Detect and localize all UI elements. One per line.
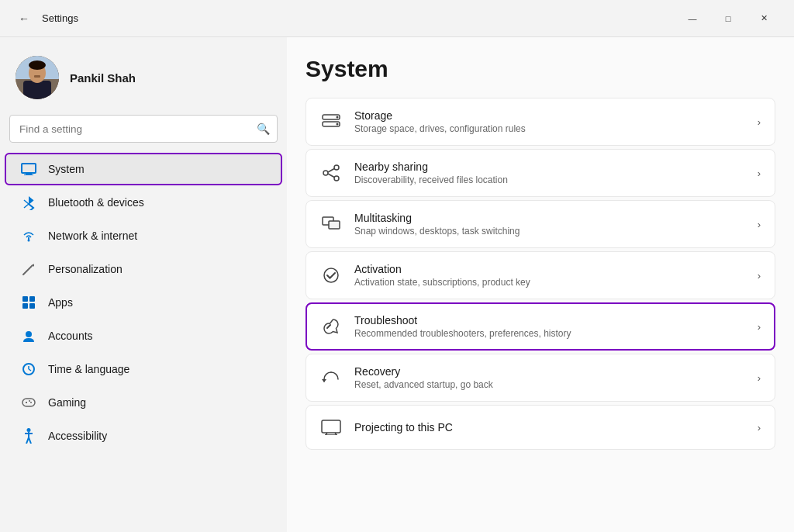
- app-title: Settings: [42, 12, 675, 24]
- storage-setting-icon: [320, 111, 342, 133]
- sidebar-item-label-personalization: Personalization: [48, 263, 123, 275]
- svg-point-34: [337, 123, 339, 126]
- troubleshoot-chevron-icon: ›: [758, 321, 761, 333]
- sidebar-item-bluetooth[interactable]: Bluetooth & devices: [5, 186, 282, 219]
- multitasking-title: Multitasking: [354, 212, 745, 224]
- sidebar-item-label-accounts: Accounts: [48, 330, 93, 342]
- sidebar-item-label-network: Network & internet: [48, 230, 137, 242]
- sidebar-item-label-time: Time & language: [48, 363, 129, 375]
- svg-point-33: [337, 116, 339, 119]
- sidebar-item-label-system: System: [48, 163, 85, 175]
- storage-text: StorageStorage space, drives, configurat…: [354, 109, 745, 134]
- svg-line-20: [29, 369, 31, 371]
- svg-rect-5: [34, 75, 40, 78]
- main-layout: Pankil Shah 🔍 SystemBluetooth & devicesN…: [0, 37, 794, 532]
- back-button[interactable]: ←: [12, 7, 36, 30]
- page-title: System: [306, 56, 775, 82]
- nearby-sharing-text: Nearby sharingDiscoverability, received …: [354, 161, 745, 185]
- recovery-text: RecoveryReset, advanced startup, go back: [354, 365, 745, 390]
- svg-rect-13: [22, 296, 28, 302]
- svg-point-24: [30, 402, 32, 403]
- multitasking-text: MultitaskingSnap windows, desktops, task…: [354, 212, 745, 237]
- svg-rect-16: [29, 303, 35, 309]
- setting-item-activation[interactable]: ActivationActivation state, subscription…: [306, 251, 775, 299]
- system-nav-icon: [20, 161, 37, 178]
- settings-list: StorageStorage space, drives, configurat…: [306, 98, 775, 450]
- close-button[interactable]: ✕: [746, 6, 782, 31]
- sidebar-item-label-accessibility: Accessibility: [48, 430, 107, 442]
- setting-item-troubleshoot[interactable]: TroubleshootRecommended troubleshooters,…: [306, 302, 775, 351]
- sidebar-item-label-gaming: Gaming: [48, 396, 86, 409]
- svg-line-12: [23, 265, 33, 275]
- troubleshoot-title: Troubleshoot: [354, 314, 745, 326]
- sidebar-item-gaming[interactable]: Gaming: [5, 386, 282, 419]
- setting-item-nearby-sharing[interactable]: Nearby sharingDiscoverability, received …: [306, 149, 775, 197]
- multitasking-setting-icon: [320, 213, 342, 235]
- svg-point-4: [29, 60, 46, 70]
- time-nav-icon: [20, 361, 37, 378]
- sidebar-item-personalization[interactable]: Personalization: [5, 253, 282, 285]
- svg-line-30: [29, 437, 31, 444]
- svg-marker-44: [322, 379, 326, 382]
- svg-rect-21: [22, 399, 35, 406]
- user-profile[interactable]: Pankil Shah: [0, 43, 287, 115]
- sidebar-item-apps[interactable]: Apps: [5, 286, 282, 319]
- avatar: [16, 56, 59, 99]
- storage-title: Storage: [354, 109, 745, 122]
- sidebar-item-label-bluetooth: Bluetooth & devices: [48, 196, 144, 209]
- sidebar-item-network[interactable]: Network & internet: [5, 219, 282, 252]
- recovery-title: Recovery: [354, 365, 745, 378]
- storage-chevron-icon: ›: [758, 116, 761, 128]
- activation-text: ActivationActivation state, subscription…: [354, 263, 745, 288]
- troubleshoot-description: Recommended troubleshooters, preferences…: [354, 328, 745, 339]
- sidebar: Pankil Shah 🔍 SystemBluetooth & devicesN…: [0, 37, 287, 532]
- svg-rect-6: [22, 164, 36, 173]
- svg-rect-41: [329, 221, 340, 229]
- svg-rect-45: [322, 420, 340, 433]
- title-bar: ← Settings — □ ✕: [0, 0, 794, 37]
- svg-point-25: [29, 400, 30, 402]
- sidebar-item-accessibility[interactable]: Accessibility: [5, 420, 282, 452]
- sidebar-item-system[interactable]: System: [5, 153, 282, 185]
- setting-item-multitasking[interactable]: MultitaskingSnap windows, desktops, task…: [306, 200, 775, 248]
- accessibility-nav-icon: [20, 427, 37, 444]
- accounts-nav-icon: [20, 327, 37, 344]
- nearby-sharing-title: Nearby sharing: [354, 161, 745, 173]
- sidebar-item-time[interactable]: Time & language: [5, 353, 282, 385]
- network-nav-icon: [20, 227, 37, 244]
- sidebar-item-label-apps: Apps: [48, 296, 73, 309]
- svg-line-39: [328, 174, 334, 178]
- setting-item-storage[interactable]: StorageStorage space, drives, configurat…: [306, 98, 775, 146]
- activation-title: Activation: [354, 263, 745, 275]
- search-input[interactable]: [9, 115, 278, 143]
- content-area: System StorageStorage space, drives, con…: [287, 37, 794, 532]
- nearby-sharing-setting-icon: [320, 162, 342, 184]
- gaming-nav-icon: [20, 394, 37, 411]
- svg-point-35: [334, 165, 339, 170]
- nav-list: SystemBluetooth & devicesNetwork & inter…: [0, 152, 287, 453]
- troubleshoot-text: TroubleshootRecommended troubleshooters,…: [354, 314, 745, 339]
- nearby-sharing-chevron-icon: ›: [758, 168, 761, 179]
- activation-setting-icon: [320, 264, 342, 286]
- recovery-description: Reset, advanced startup, go back: [354, 379, 745, 390]
- troubleshoot-setting-icon: [320, 316, 342, 337]
- minimize-button[interactable]: —: [675, 6, 710, 31]
- projecting-chevron-icon: ›: [758, 422, 761, 434]
- bluetooth-nav-icon: [20, 194, 37, 211]
- svg-point-37: [334, 176, 339, 181]
- setting-item-projecting[interactable]: Projecting to this PC›: [306, 405, 775, 450]
- nearby-sharing-description: Discoverability, received files location: [354, 174, 745, 185]
- recovery-setting-icon: [320, 367, 342, 389]
- window-controls: — □ ✕: [675, 6, 782, 31]
- projecting-title: Projecting to this PC: [354, 421, 745, 434]
- multitasking-chevron-icon: ›: [758, 219, 761, 230]
- svg-point-11: [28, 240, 30, 242]
- svg-point-17: [26, 331, 32, 337]
- activation-description: Activation state, subscriptions, product…: [354, 277, 745, 288]
- apps-nav-icon: [20, 294, 37, 311]
- sidebar-item-accounts[interactable]: Accounts: [5, 320, 282, 352]
- setting-item-recovery[interactable]: RecoveryReset, advanced startup, go back…: [306, 354, 775, 402]
- maximize-button[interactable]: □: [710, 6, 746, 31]
- storage-description: Storage space, drives, configuration rul…: [354, 123, 745, 134]
- user-name: Pankil Shah: [70, 71, 136, 85]
